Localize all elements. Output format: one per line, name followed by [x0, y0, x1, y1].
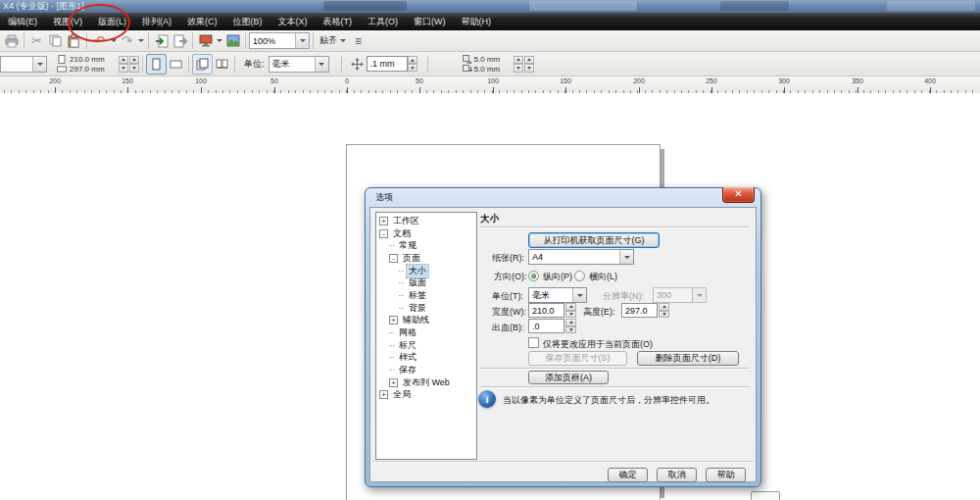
collapse-icon[interactable]: - — [389, 254, 398, 263]
units-combobox[interactable]: 毫米 — [528, 287, 587, 303]
portrait-radio-label: 纵向(P) — [543, 271, 572, 283]
cut-button[interactable]: ✂ — [27, 31, 46, 50]
tree-item-12[interactable]: 保存 — [376, 364, 476, 376]
horizontal-ruler[interactable]: 20015010050050100150200250300350400 — [0, 76, 980, 94]
tree-item-5[interactable]: 版面 — [376, 276, 476, 289]
menu-item-1[interactable]: 视图(V) — [45, 16, 90, 28]
nudge-offset-spinner[interactable] — [408, 56, 417, 72]
height-value: 297.0 — [625, 306, 648, 316]
dialog-client-area: +工作区-文档常规-页面大小版面标签背景+辅助线网格标尺样式保存+发布到 Web… — [369, 207, 757, 482]
paste-button[interactable] — [65, 31, 83, 50]
ruler-number: 350 — [846, 77, 869, 84]
export-button[interactable] — [171, 31, 189, 50]
menu-item-7[interactable]: 表格(T) — [316, 16, 361, 28]
toolbar-separator — [245, 32, 246, 49]
combo-arrow-button[interactable] — [295, 33, 309, 48]
tree-item-6[interactable]: 标签 — [376, 289, 476, 302]
undo-button[interactable]: ↶ — [90, 31, 109, 50]
undo-dropdown[interactable] — [109, 31, 118, 50]
width-spinner[interactable] — [565, 303, 576, 318]
tree-item-10[interactable]: 标尺 — [376, 339, 476, 352]
duplicate-distance-spinner-2[interactable] — [524, 56, 534, 73]
menu-item-10[interactable]: 帮助(H) — [454, 16, 500, 28]
duplicate-distance-spinner[interactable] — [514, 56, 523, 73]
tree-item-8[interactable]: +辅助线 — [376, 315, 476, 327]
menu-item-2[interactable]: 版面(L) — [90, 16, 134, 28]
width-field[interactable]: 210.0 — [528, 303, 564, 318]
stacked-pages-icon — [196, 58, 210, 71]
delete-page-size-button[interactable]: 删除页面尺寸(D) — [637, 351, 739, 366]
tree-item-4[interactable]: 大小 — [376, 265, 476, 277]
expand-icon[interactable]: + — [389, 378, 398, 387]
toolbar-separator — [188, 56, 189, 73]
apply-to-current-page-checkbox[interactable] — [528, 337, 539, 348]
landscape-button[interactable] — [167, 55, 185, 74]
tree-item-label: 标签 — [407, 289, 428, 302]
paper-height-field[interactable]: 297.0 mm — [70, 65, 119, 74]
paper-width-field[interactable]: 210.0 mm — [70, 55, 119, 64]
import-button[interactable] — [152, 31, 171, 50]
tree-item-13[interactable]: +发布到 Web — [376, 376, 476, 389]
application-launcher-dropdown[interactable] — [215, 31, 223, 50]
help-button[interactable]: 帮助 — [706, 468, 746, 482]
get-page-size-from-printer-button[interactable]: 从打印机获取页面尺寸(G) — [528, 232, 660, 248]
close-button[interactable]: ✕ — [722, 187, 755, 203]
cancel-button[interactable]: 取消 — [657, 468, 697, 482]
portrait-radio[interactable] — [528, 271, 539, 281]
window-title: X4 (专业版) - [图形1] — [3, 1, 84, 11]
application-launcher-button[interactable] — [196, 31, 215, 50]
collapse-icon[interactable]: - — [379, 229, 388, 238]
redo-button[interactable]: ↷ — [118, 31, 136, 50]
combo-arrow-button[interactable] — [619, 250, 633, 264]
nudge-offset-field[interactable]: .1 mm — [367, 56, 408, 72]
menu-item-3[interactable]: 排列(A) — [134, 16, 179, 28]
print-button[interactable] — [2, 31, 21, 50]
combo-arrow-button[interactable] — [32, 57, 46, 72]
height-spinner[interactable] — [659, 303, 669, 318]
expand-icon[interactable]: + — [379, 217, 388, 225]
height-field[interactable]: 297.0 — [621, 303, 658, 318]
bleed-field[interactable]: .0 — [528, 319, 564, 333]
zoom-level-combobox[interactable]: 100% — [249, 32, 310, 49]
options-button[interactable]: ≡ — [349, 31, 368, 50]
paper-size-spinner[interactable] — [119, 56, 128, 73]
facing-pages-button[interactable] — [213, 55, 231, 74]
menu-item-4[interactable]: 效果(C) — [179, 16, 225, 28]
landscape-radio[interactable] — [574, 271, 585, 281]
menu-item-6[interactable]: 文本(X) — [270, 16, 316, 28]
tree-item-0[interactable]: +工作区 — [376, 215, 476, 227]
add-page-frame-button[interactable]: 添加页框(A) — [528, 371, 609, 384]
tree-item-14[interactable]: +全局 — [376, 389, 476, 402]
combo-arrow-button[interactable] — [315, 57, 328, 72]
duplicate-distance-y-field[interactable]: 5.0 mm — [474, 65, 514, 74]
menu-item-9[interactable]: 窗口(W) — [406, 16, 454, 28]
tree-item-2[interactable]: 常规 — [376, 239, 476, 252]
ok-button[interactable]: 确定 — [608, 468, 648, 482]
paper-size-combobox[interactable]: A4 — [528, 249, 634, 265]
redo-dropdown[interactable] — [136, 31, 145, 50]
duplicate-distance-x-field[interactable]: 5.0 mm — [474, 55, 514, 64]
combo-arrow-button[interactable] — [572, 288, 586, 302]
welcome-screen-button[interactable] — [223, 31, 242, 50]
tree-item-7[interactable]: 背景 — [376, 302, 476, 315]
bleed-spinner[interactable] — [565, 319, 576, 333]
expand-icon[interactable]: + — [389, 316, 398, 325]
menu-item-8[interactable]: 工具(O) — [360, 16, 406, 28]
tree-item-11[interactable]: 样式 — [376, 352, 476, 365]
copy-button[interactable] — [46, 31, 65, 50]
menu-item-5[interactable]: 位图(B) — [225, 16, 270, 28]
tree-item-3[interactable]: -页面 — [376, 252, 476, 265]
landscape-icon — [170, 59, 182, 70]
all-pages-button[interactable] — [192, 54, 213, 75]
tree-connector — [389, 345, 394, 346]
tree-item-1[interactable]: -文档 — [376, 227, 476, 240]
portrait-button[interactable] — [146, 54, 167, 75]
units-combobox[interactable]: 毫米 — [269, 56, 329, 73]
page-size-preset-combobox[interactable] — [0, 56, 47, 73]
snap-to-dropdown[interactable]: 贴齐 — [317, 34, 349, 47]
menu-item-0[interactable]: 编辑(E) — [0, 16, 45, 28]
paper-size-spinner-2[interactable] — [129, 56, 139, 73]
tree-item-9[interactable]: 网格 — [376, 326, 476, 339]
menubar: 编辑(E)视图(V)版面(L)排列(A)效果(C)位图(B)文本(X)表格(T)… — [0, 13, 980, 30]
expand-icon[interactable]: + — [379, 390, 388, 399]
